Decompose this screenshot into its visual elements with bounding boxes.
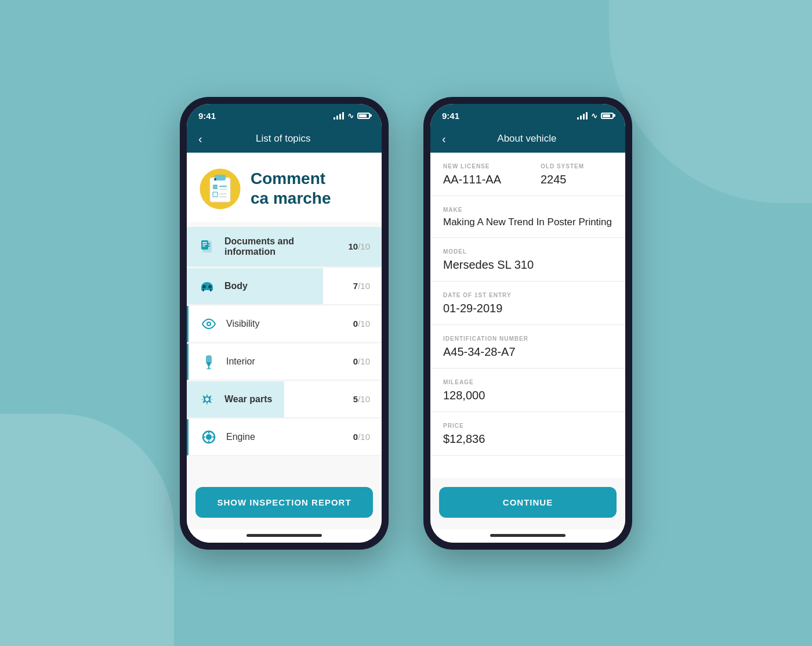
wear-parts-icon bbox=[198, 391, 216, 408]
topic-item-visibility[interactable]: Visibility 0/10 bbox=[187, 306, 382, 342]
model-value: Mersedes SL 310 bbox=[443, 258, 612, 272]
topic-name-body: Body bbox=[224, 281, 345, 291]
nav-title-2: About vehicle bbox=[452, 133, 602, 145]
back-button-2[interactable]: ‹ bbox=[442, 132, 446, 146]
price-label: PRICE bbox=[443, 423, 612, 429]
visibility-icon bbox=[200, 315, 217, 333]
svg-rect-15 bbox=[202, 242, 207, 243]
topic-score-wear-parts: 5/10 bbox=[353, 394, 370, 404]
topic-item-documents[interactable]: Documents and information 10/10 bbox=[187, 227, 382, 267]
status-bar-1: 9:41 ∿ bbox=[187, 104, 382, 125]
battery-icon-2 bbox=[601, 113, 614, 119]
status-time-1: 9:41 bbox=[198, 111, 216, 121]
svg-rect-17 bbox=[202, 246, 205, 247]
topic-name-interior: Interior bbox=[226, 356, 345, 367]
topic-score-body: 7/10 bbox=[353, 281, 370, 291]
topic-score-engine: 0/10 bbox=[353, 432, 370, 442]
home-bar-1 bbox=[246, 534, 322, 537]
phones-container: 9:41 ∿ ‹ List of topics bbox=[180, 97, 632, 550]
svg-rect-21 bbox=[210, 289, 212, 291]
make-label: MAKE bbox=[443, 207, 612, 213]
field-price: PRICE $12,836 bbox=[430, 412, 625, 456]
engine-icon bbox=[200, 428, 217, 446]
date-entry-label: DATE OF 1ST ENTRY bbox=[443, 292, 612, 298]
status-icons-1: ∿ bbox=[334, 111, 370, 120]
clipboard-icon bbox=[198, 167, 242, 211]
bottom-btn-area-2: CONTINUE bbox=[430, 478, 625, 529]
topic-item-engine[interactable]: Engine 0/10 bbox=[187, 419, 382, 456]
phone1-content: Comment ca marche bbox=[187, 153, 382, 478]
vehicle-content: NEW LICENSE AA-111-AA OLD SYSTEM 2245 MA… bbox=[430, 153, 625, 478]
svg-point-28 bbox=[206, 434, 212, 440]
new-license-label: NEW LICENSE bbox=[443, 163, 515, 169]
id-number-label: IDENTIFICATION NUMBER bbox=[443, 335, 612, 342]
topic-item-body[interactable]: Body 7/10 bbox=[187, 268, 382, 305]
field-id-number: IDENTIFICATION NUMBER A45-34-28-A7 bbox=[430, 325, 625, 369]
price-value: $12,836 bbox=[443, 432, 612, 446]
topic-name-engine: Engine bbox=[226, 432, 345, 442]
topic-name-wear-parts: Wear parts bbox=[224, 394, 345, 405]
topic-item-interior[interactable]: Interior 0/10 bbox=[187, 344, 382, 380]
id-number-value: A45-34-28-A7 bbox=[443, 345, 612, 359]
topic-list: Documents and information 10/10 bbox=[187, 227, 382, 463]
svg-point-19 bbox=[208, 285, 212, 288]
status-bar-2: 9:41 ∿ bbox=[430, 104, 625, 125]
topic-score-documents: 10/10 bbox=[348, 241, 370, 251]
mileage-value: 128,000 bbox=[443, 389, 612, 402]
bg-decoration-right bbox=[609, 0, 812, 203]
nav-title-1: List of topics bbox=[208, 133, 358, 145]
svg-rect-6 bbox=[213, 192, 217, 197]
new-license-value: AA-111-AA bbox=[443, 173, 515, 186]
license-row: NEW LICENSE AA-111-AA OLD SYSTEM 2245 bbox=[430, 153, 625, 196]
svg-point-23 bbox=[208, 323, 210, 325]
topic-name-visibility: Visibility bbox=[226, 319, 345, 329]
status-icons-2: ∿ bbox=[577, 111, 614, 120]
field-make: MAKE Making A New Trend In Poster Printi… bbox=[430, 196, 625, 238]
back-button-1[interactable]: ‹ bbox=[198, 132, 202, 146]
date-entry-value: 01-29-2019 bbox=[443, 302, 612, 315]
body-icon bbox=[198, 277, 216, 295]
interior-icon bbox=[200, 353, 217, 370]
documents-icon bbox=[198, 238, 216, 255]
nav-header-2: ‹ About vehicle bbox=[430, 125, 625, 153]
field-mileage: MILEAGE 128,000 bbox=[430, 369, 625, 412]
topic-score-visibility: 0/10 bbox=[353, 319, 370, 329]
signal-icon-2 bbox=[577, 112, 588, 120]
show-inspection-report-button[interactable]: SHOW INSPECTION REPORT bbox=[195, 487, 373, 518]
field-model: MODEL Mersedes SL 310 bbox=[430, 238, 625, 282]
svg-rect-16 bbox=[202, 244, 207, 245]
svg-point-26 bbox=[205, 398, 209, 401]
topic-score-interior: 0/10 bbox=[353, 356, 370, 366]
topic-item-wear-parts[interactable]: Wear parts 5/10 bbox=[187, 381, 382, 418]
phone-2: 9:41 ∿ ‹ About vehicle bbox=[423, 97, 632, 550]
home-indicator-2 bbox=[430, 529, 625, 543]
hero-text: Comment ca marche bbox=[251, 169, 331, 208]
make-value: Making A New Trend In Poster Printing bbox=[443, 216, 612, 228]
field-date-entry: DATE OF 1ST ENTRY 01-29-2019 bbox=[430, 282, 625, 325]
svg-rect-20 bbox=[202, 289, 204, 291]
wifi-icon-2: ∿ bbox=[591, 111, 597, 120]
signal-icon-1 bbox=[334, 112, 344, 120]
home-indicator-1 bbox=[187, 529, 382, 543]
svg-rect-14 bbox=[201, 240, 208, 250]
continue-button[interactable]: CONTINUE bbox=[439, 487, 617, 518]
old-system-label: OLD SYSTEM bbox=[541, 163, 612, 169]
hero-title: Comment ca marche bbox=[251, 169, 331, 208]
old-system-value: 2245 bbox=[541, 173, 612, 186]
status-time-2: 9:41 bbox=[442, 111, 459, 121]
svg-point-18 bbox=[202, 285, 206, 288]
phone-1: 9:41 ∿ ‹ List of topics bbox=[180, 97, 389, 550]
nav-header-1: ‹ List of topics bbox=[187, 125, 382, 153]
field-new-license: NEW LICENSE AA-111-AA bbox=[430, 153, 528, 196]
field-old-system: OLD SYSTEM 2245 bbox=[528, 153, 625, 196]
model-label: MODEL bbox=[443, 248, 612, 255]
svg-rect-3 bbox=[213, 185, 217, 189]
hero-section: Comment ca marche bbox=[187, 153, 382, 222]
wifi-icon-1: ∿ bbox=[347, 111, 354, 120]
mileage-label: MILEAGE bbox=[443, 379, 612, 385]
topic-name-documents: Documents and information bbox=[224, 236, 339, 257]
bottom-btn-area-1: SHOW INSPECTION REPORT bbox=[187, 478, 382, 529]
home-bar-2 bbox=[490, 534, 566, 537]
battery-icon-1 bbox=[357, 113, 370, 119]
bg-decoration-left bbox=[0, 414, 174, 646]
